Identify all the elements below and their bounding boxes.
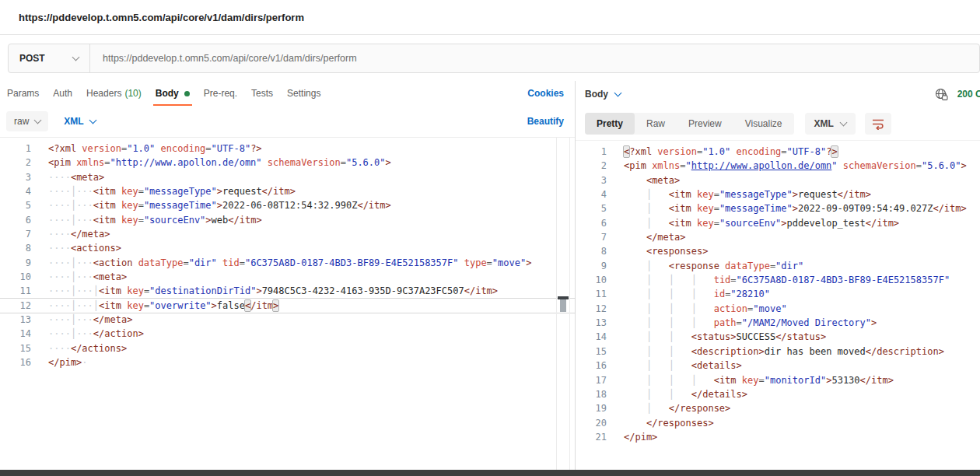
code-line: 19 │ </response> — [576, 401, 980, 415]
method-select[interactable]: POST — [9, 44, 89, 72]
tab-pretty[interactable]: Pretty — [585, 113, 635, 135]
line-number: 14 — [576, 330, 607, 344]
code-line-content: <?xml version="1.0" encoding="UTF-8"?> — [48, 142, 262, 156]
code-line[interactable]: 1<?xml version="1.0" encoding="UTF-8"?> — [0, 142, 575, 156]
code-line[interactable]: 9····│···<action dataType="dir" tid="6C3… — [0, 256, 575, 270]
tab-settings[interactable]: Settings — [280, 81, 327, 106]
line-number: 6 — [576, 216, 607, 230]
code-line[interactable]: 5····│···<itm key="messageTime">2022-06-… — [0, 198, 575, 212]
line-number: 13 — [576, 316, 607, 330]
code-line[interactable]: 13····│···</meta> — [0, 313, 575, 327]
wrap-lines-button[interactable] — [865, 113, 891, 135]
tab-auth[interactable]: Auth — [46, 81, 79, 106]
code-line-content: </pim>· — [48, 355, 88, 369]
tab-params[interactable]: Params — [0, 81, 46, 106]
request-body-editor[interactable]: 1<?xml version="1.0" encoding="UTF-8"?>2… — [0, 138, 575, 370]
code-line: 12 │ │ │ action="move" — [576, 302, 980, 316]
code-line-content: <meta> — [624, 173, 680, 187]
code-line-content: </pim> — [624, 430, 657, 444]
code-line: 10 │ │ │ tid="6C375A8D-0187-4BD3-BF89-E4… — [576, 273, 980, 287]
tab-raw[interactable]: Raw — [635, 113, 677, 135]
code-line: 6 │ <itm key="sourceEnv">pddevelop_test<… — [576, 216, 980, 230]
code-line-content: ····</meta> — [48, 227, 110, 241]
cookies-link[interactable]: Cookies — [527, 88, 564, 99]
code-line[interactable]: 14····│···</action> — [0, 327, 575, 341]
code-line[interactable]: 7····</meta> — [0, 227, 575, 241]
body-present-dot-icon — [184, 91, 190, 96]
bottom-scrollbar[interactable] — [0, 470, 980, 476]
code-line: 5 │ <itm key="messageTime">2022-09-09T09… — [576, 201, 980, 215]
tab-tests[interactable]: Tests — [244, 81, 280, 106]
code-line-content: │ │ │ path="/MAM2/Moved Directory"> — [624, 316, 877, 330]
code-line-content: │ <itm key="messageTime">2022-09-09T09:5… — [624, 201, 967, 215]
wrap-lines-icon — [872, 118, 884, 130]
url-input[interactable]: https://pddevelop.t.omn5.com/api/core/v1… — [90, 53, 357, 64]
response-view-toolbar: Pretty Raw Preview Visualize XML — [576, 107, 980, 141]
line-number: 16 — [576, 359, 607, 373]
beautify-link[interactable]: Beautify — [527, 116, 564, 127]
chevron-down-icon — [72, 53, 80, 61]
line-number: 12 — [0, 299, 31, 313]
code-line-content: │ │ │ tid="6C375A8D-0187-4BD3-BF89-E4E52… — [624, 273, 950, 287]
code-line[interactable]: 6····│···<itm key="sourceEnv">web</itm> — [0, 213, 575, 227]
code-line: 14 │ │ <status>SUCCESS</status> — [576, 330, 980, 344]
code-line[interactable]: 4····│···<itm key="messageType">request<… — [0, 184, 575, 198]
code-line-content: ····│···<itm key="messageTime">2022-06-0… — [48, 198, 391, 212]
line-number: 2 — [576, 159, 607, 173]
scrollbar-thumb[interactable] — [560, 299, 566, 312]
tab-body[interactable]: Body — [149, 81, 197, 106]
body-format-select[interactable]: raw — [6, 111, 48, 131]
line-number: 4 — [576, 187, 607, 201]
headers-count-badge: (10) — [124, 88, 141, 99]
response-status-area: 200 OK — [935, 88, 980, 101]
code-line[interactable]: 3····<meta> — [0, 170, 575, 184]
line-number: 11 — [0, 284, 31, 298]
editor-annotation-gutter[interactable] — [556, 137, 570, 470]
line-number: 3 — [576, 173, 607, 187]
tab-headers[interactable]: Headers (10) — [79, 81, 149, 106]
body-language-select[interactable]: XML — [64, 116, 95, 127]
code-line-content: │ │ │ id="28210" — [624, 287, 770, 301]
line-number: 10 — [576, 273, 607, 287]
code-line-content: ····<meta> — [48, 170, 104, 184]
chevron-down-icon — [89, 116, 96, 124]
code-line[interactable]: 15····</actions> — [0, 341, 575, 355]
code-line: 7 </meta> — [576, 230, 980, 244]
code-line[interactable]: 2<pim xmlns="http://www.apollon.de/omn" … — [0, 156, 575, 170]
code-line[interactable]: 10····│···<meta> — [0, 270, 575, 284]
tab-visualize[interactable]: Visualize — [733, 113, 794, 135]
line-number: 8 — [0, 241, 31, 255]
line-number: 18 — [576, 387, 607, 401]
code-line-content: │ <response dataType="dir" — [624, 259, 803, 273]
code-line[interactable]: 11····│···│<itm key="destinationDirTid">… — [0, 284, 575, 298]
response-pane: Body 200 OK Pretty Ra — [576, 81, 980, 470]
code-line-content: │ <itm key="messageType">request</itm> — [624, 187, 871, 201]
code-line-content: ····<actions> — [48, 241, 121, 255]
response-body-editor[interactable]: 1<?xml version="1.0" encoding="UTF-8"?>2… — [576, 141, 980, 444]
chevron-down-icon — [34, 116, 42, 124]
code-line: 16 │ │ <details> — [576, 359, 980, 373]
line-number: 4 — [0, 184, 31, 198]
line-number: 10 — [0, 270, 31, 284]
code-line-content: │ │ <details> — [624, 359, 742, 373]
code-line[interactable]: 8····<actions> — [0, 241, 575, 255]
line-number: 3 — [0, 170, 31, 184]
response-body-select[interactable]: Body — [585, 89, 621, 100]
tab-preview[interactable]: Preview — [677, 113, 733, 135]
code-line-content: ····│···<meta> — [48, 270, 127, 284]
code-line: 17 │ │ │ <itm key="monitorId">53130</itm… — [576, 373, 980, 387]
code-line-content: ····│···</meta> — [48, 313, 132, 327]
code-line[interactable]: 12····│···│<itm key="overwrite">false</i… — [0, 299, 575, 313]
line-number: 5 — [0, 198, 31, 212]
chevron-down-icon — [839, 118, 847, 126]
line-number: 13 — [0, 313, 31, 327]
response-language-select[interactable]: XML — [805, 113, 856, 135]
code-line[interactable]: 16</pim>· — [0, 355, 575, 369]
request-url-bar: POST https://pddevelop.t.omn5.com/api/co… — [8, 44, 980, 73]
line-number: 20 — [576, 416, 607, 430]
code-line: 8 <responses> — [576, 244, 980, 258]
code-line-content: <responses> — [624, 244, 708, 258]
tab-pre-request[interactable]: Pre-req. — [197, 81, 244, 106]
main-split: Params Auth Headers (10) Body Pre-req. T… — [0, 81, 980, 470]
code-line: 3 <meta> — [576, 173, 980, 187]
